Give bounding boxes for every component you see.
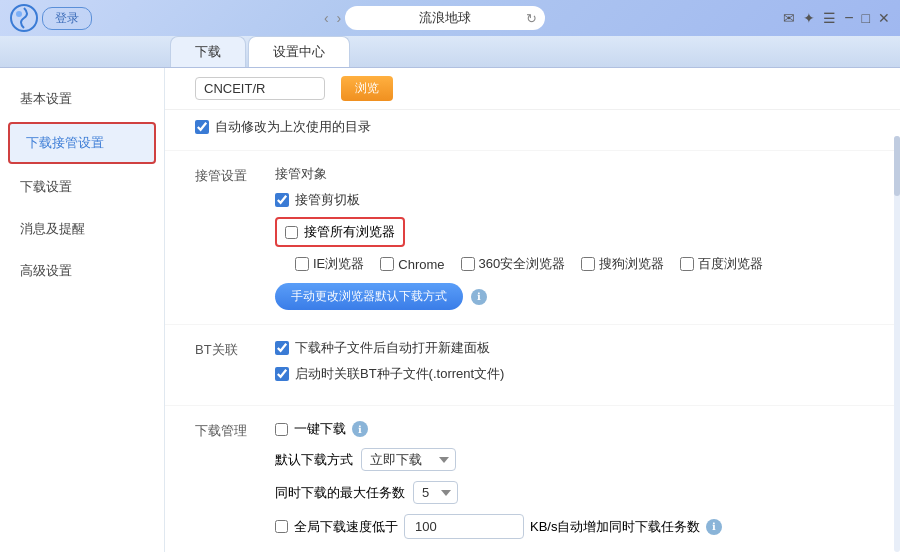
takeover-clipboard-checkbox[interactable]	[275, 193, 289, 207]
browser-360-checkbox[interactable]	[461, 257, 475, 271]
auto-open-panel-checkbox[interactable]	[275, 341, 289, 355]
bt-label: BT关联	[195, 339, 275, 359]
speed-limit-input[interactable]	[404, 514, 524, 539]
default-method-label: 默认下载方式	[275, 451, 353, 469]
bt-content: 下载种子文件后自动打开新建面板 启动时关联BT种子文件(.torrent文件)	[275, 339, 870, 391]
sidebar-item-basic[interactable]: 基本设置	[0, 78, 164, 120]
associate-torrent-text: 启动时关联BT种子文件(.torrent文件)	[295, 365, 504, 383]
takeover-all-browsers-text: 接管所有浏览器	[304, 223, 395, 241]
takeover-label: 接管设置	[195, 165, 275, 185]
tab-settings[interactable]: 设置中心	[248, 36, 350, 67]
browser-360-label: 360安全浏览器	[479, 255, 566, 273]
top-input-row: 浏览	[165, 68, 900, 110]
app-logo-icon	[10, 4, 38, 32]
browser-sogou-checkbox[interactable]	[581, 257, 595, 271]
takeover-all-browsers-wrapper: 接管所有浏览器	[275, 217, 870, 247]
browser-chrome-checkbox[interactable]	[380, 257, 394, 271]
scrollbar-thumb[interactable]	[894, 136, 900, 196]
download-manage-section: 下载管理 一键下载 ℹ 默认下载方式 立即下载 后台下载 添加到队列	[165, 406, 900, 552]
sidebar-item-advanced[interactable]: 高级设置	[0, 250, 164, 292]
speed-limit-label: 全局下载速度低于	[294, 518, 398, 536]
window-controls: ✉ ✦ ☰ − □ ✕	[783, 10, 890, 26]
close-button[interactable]: ✕	[878, 10, 890, 26]
download-manage-content: 一键下载 ℹ 默认下载方式 立即下载 后台下载 添加到队列 同时下载的最大任务数	[275, 420, 870, 539]
browser-baidu-label: 百度浏览器	[698, 255, 763, 273]
address-bar[interactable]: 流浪地球 ↻	[345, 6, 545, 30]
takeover-all-browsers-checkbox[interactable]	[285, 226, 298, 239]
browser-ie-label: IE浏览器	[313, 255, 364, 273]
change-default-info-icon[interactable]: ℹ	[471, 289, 487, 305]
address-text: 流浪地球	[419, 10, 471, 25]
auto-change-dir-label[interactable]: 自动修改为上次使用的目录	[195, 118, 870, 136]
browser-sogou-label: 搜狗浏览器	[599, 255, 664, 273]
titlebar: 登录 ‹ › 流浪地球 ↻ ✉ ✦ ☰ − □ ✕	[0, 0, 900, 36]
speed-limit-info-icon[interactable]: ℹ	[706, 519, 722, 535]
one-click-text: 一键下载	[294, 420, 346, 438]
max-tasks-label: 同时下载的最大任务数	[275, 484, 405, 502]
default-method-row: 默认下载方式 立即下载 后台下载 添加到队列	[275, 448, 870, 471]
gift-icon[interactable]: ✦	[803, 10, 815, 26]
change-default-button[interactable]: 手动更改浏览器默认下载方式	[275, 283, 463, 310]
auto-change-dir-checkbox[interactable]	[195, 120, 209, 134]
back-button[interactable]: ‹	[320, 10, 333, 26]
takeover-all-browsers-box: 接管所有浏览器	[275, 217, 405, 247]
sidebar: 基本设置 下载接管设置 下载设置 消息及提醒 高级设置	[0, 68, 165, 552]
auto-dir-row: 自动修改为上次使用的目录	[165, 110, 900, 151]
browser-list: IE浏览器 Chrome 360安全浏览器 搜狗浏览器	[295, 255, 870, 273]
browser-ie-checkbox[interactable]	[295, 257, 309, 271]
mail-icon[interactable]: ✉	[783, 10, 795, 26]
associate-torrent-row[interactable]: 启动时关联BT种子文件(.torrent文件)	[275, 365, 870, 383]
associate-torrent-checkbox[interactable]	[275, 367, 289, 381]
browser-ie[interactable]: IE浏览器	[295, 255, 364, 273]
browser-baidu[interactable]: 百度浏览器	[680, 255, 763, 273]
browser-chrome[interactable]: Chrome	[380, 257, 444, 272]
max-tasks-row: 同时下载的最大任务数 3 5 8 10	[275, 481, 870, 504]
sidebar-item-download-manage[interactable]: 下载接管设置	[8, 122, 156, 164]
scrollbar[interactable]	[894, 136, 900, 552]
one-click-checkbox[interactable]	[275, 423, 288, 436]
takeover-content: 接管对象 接管剪切板 接管所有浏览器 IE	[275, 165, 870, 310]
bt-section: BT关联 下载种子文件后自动打开新建面板 启动时关联BT种子文件(.torren…	[165, 325, 900, 406]
one-click-info-icon[interactable]: ℹ	[352, 421, 368, 437]
browser-360[interactable]: 360安全浏览器	[461, 255, 566, 273]
speed-limit-unit: KB/s自动增加同时下载任务数	[530, 518, 700, 536]
browser-chrome-label: Chrome	[398, 257, 444, 272]
change-default-row: 手动更改浏览器默认下载方式 ℹ	[275, 283, 870, 310]
speed-limit-row: 全局下载速度低于 KB/s自动增加同时下载任务数 ℹ	[275, 514, 870, 539]
nav-icon[interactable]: ☰	[823, 10, 836, 26]
refresh-icon[interactable]: ↻	[526, 11, 537, 26]
download-manage-label: 下载管理	[195, 420, 275, 440]
speed-limit-checkbox[interactable]	[275, 520, 288, 533]
sidebar-item-messages[interactable]: 消息及提醒	[0, 208, 164, 250]
maximize-button[interactable]: □	[862, 10, 870, 26]
forward-button[interactable]: ›	[333, 10, 346, 26]
browser-baidu-checkbox[interactable]	[680, 257, 694, 271]
tab-download[interactable]: 下载	[170, 36, 246, 67]
path-input[interactable]	[195, 77, 325, 100]
browse-button[interactable]: 浏览	[341, 76, 393, 101]
auto-change-dir-text: 自动修改为上次使用的目录	[215, 118, 371, 136]
navigation-bar: ‹ › 流浪地球 ↻	[92, 6, 773, 30]
login-button[interactable]: 登录	[42, 7, 92, 30]
max-tasks-select[interactable]: 3 5 8 10	[413, 481, 458, 504]
default-method-select[interactable]: 立即下载 后台下载 添加到队列	[361, 448, 456, 471]
takeover-clipboard-text: 接管剪切板	[295, 191, 360, 209]
main-layout: 基本设置 下载接管设置 下载设置 消息及提醒 高级设置 浏览 自动修改为上次使用…	[0, 68, 900, 552]
takeover-clipboard-row[interactable]: 接管剪切板	[275, 191, 870, 209]
sidebar-item-download-settings[interactable]: 下载设置	[0, 166, 164, 208]
tabbar: 下载 设置中心	[0, 36, 900, 68]
one-click-row: 一键下载 ℹ	[275, 420, 870, 438]
takeover-target-title: 接管对象	[275, 165, 870, 183]
auto-open-panel-text: 下载种子文件后自动打开新建面板	[295, 339, 490, 357]
svg-point-1	[16, 11, 22, 17]
auto-open-panel-row[interactable]: 下载种子文件后自动打开新建面板	[275, 339, 870, 357]
settings-content: 浏览 自动修改为上次使用的目录 接管设置 接管对象 接管剪切板	[165, 68, 900, 552]
takeover-section: 接管设置 接管对象 接管剪切板 接管所有浏览器	[165, 151, 900, 325]
browser-sogou[interactable]: 搜狗浏览器	[581, 255, 664, 273]
